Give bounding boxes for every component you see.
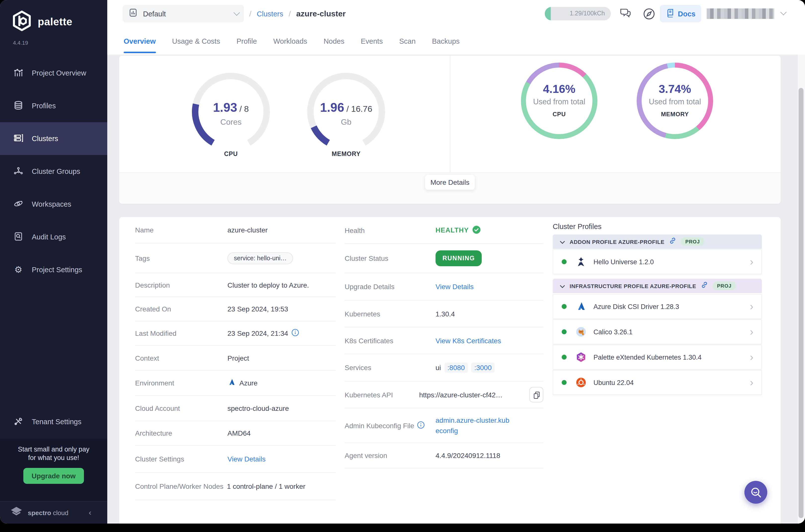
tab-usage-costs[interactable]: Usage & Costs [172, 27, 220, 55]
status-row-kubernetes-api: Kubernetes API https://azure-cluster-cf4… [345, 381, 543, 408]
sidebar-footer: spectro cloud ‹ [0, 501, 107, 524]
sidebar-item-clusters[interactable]: Clusters [0, 122, 107, 155]
detail-row-cloud-account: Cloud Account spectro-cloud-azure [135, 396, 336, 421]
memory-donut-label: MEMORY [637, 111, 713, 118]
project-selector[interactable]: Default [123, 5, 244, 22]
chevron-down-icon [234, 10, 240, 16]
collapse-sidebar-icon[interactable]: ‹ [89, 508, 91, 517]
sidebar-item-label: Project Settings [32, 266, 82, 274]
tab-backups[interactable]: Backups [432, 27, 460, 55]
cpu-gauge-label: CPU [189, 151, 273, 157]
search-fab-button[interactable] [744, 481, 767, 504]
profile-pack-calico[interactable]: Calico 3.26.1 › [553, 319, 762, 344]
sidebar-item-profiles[interactable]: Profiles [0, 90, 107, 122]
tab-scan[interactable]: Scan [399, 27, 416, 55]
orbit-icon [14, 198, 23, 210]
detail-row-tags: Tags service: hello-uni… [135, 243, 336, 273]
copy-icon[interactable] [530, 387, 543, 402]
sidebar-item-project-overview[interactable]: Project Overview [0, 57, 107, 90]
chevron-right-icon: › [750, 301, 753, 312]
status-row-services: Services ui :8080 :3000 [345, 354, 543, 381]
spectro-cloud-logo-icon [10, 506, 23, 519]
cpu-usage-caption: Used from total [521, 97, 597, 106]
status-row-upgrade-details: Upgrade Details View Details [345, 273, 543, 300]
breadcrumb-separator: / [249, 10, 251, 18]
info-icon[interactable] [417, 421, 425, 430]
cluster-name-value: azure-cluster [227, 226, 268, 234]
main-area: Default / Clusters / azure-cluster 1.29/… [107, 0, 805, 524]
detail-row-nodes: Control Plane/Worker Nodes 1 control-pla… [135, 473, 336, 500]
info-icon[interactable] [291, 329, 299, 338]
page-content: 1.93 / 8 Cores CPU 1.96 / 16.76 [107, 55, 805, 524]
breadcrumb: / Clusters / azure-cluster [249, 0, 346, 27]
service-port-link[interactable]: :8080 [444, 363, 468, 373]
breadcrumb-separator: / [289, 10, 291, 18]
tab-overview[interactable]: Overview [124, 27, 156, 55]
addon-profile-header[interactable]: ADDON PROFILE AZURE-PROFILE PROJ [553, 234, 762, 249]
status-row-kubernetes: Kubernetes 1.30.4 [345, 301, 543, 327]
brand-name: palette [38, 16, 73, 28]
chevron-right-icon: › [750, 377, 753, 388]
usage-meter: 1.29/100kCh [545, 7, 611, 20]
detail-row-description: Description Cluster to deploy to Azure. [135, 273, 336, 297]
top-bar: Default / Clusters / azure-cluster 1.29/… [107, 0, 805, 27]
profile-pack-hello-universe[interactable]: Hello Universe 1.2.0 › [553, 249, 762, 274]
profile-pack-azure-csi[interactable]: Azure Disk CSI Driver 1.28.3 › [553, 294, 762, 319]
profile-pack-ubuntu[interactable]: Ubuntu 22.04 › [553, 370, 762, 395]
tab-nodes[interactable]: Nodes [324, 27, 344, 55]
hello-universe-icon [575, 256, 587, 267]
tab-workloads[interactable]: Workloads [273, 27, 307, 55]
tag-pill[interactable]: service: hello-uni… [227, 252, 293, 264]
sidebar-item-cluster-groups[interactable]: Cluster Groups [0, 155, 107, 188]
azure-icon [227, 378, 236, 388]
sidebar-item-project-settings[interactable]: ⚙ Project Settings [0, 253, 107, 286]
network-icon [14, 166, 23, 177]
docs-label: Docs [678, 10, 695, 18]
tab-events[interactable]: Events [361, 27, 383, 55]
compass-icon[interactable] [643, 7, 655, 22]
palette-logo-icon [12, 10, 32, 34]
scrollbar-track[interactable] [797, 55, 805, 524]
pxk-icon [575, 352, 587, 363]
proj-badge: PROJ [713, 282, 736, 290]
upgrade-panel: Start small and only pay for what you us… [0, 439, 107, 501]
kubeconfig-download-link[interactable]: admin.azure-cluster.kubeconfig [436, 415, 510, 436]
sidebar-item-tenant-settings[interactable]: Tenant Settings [0, 405, 107, 438]
detail-row-cluster-settings: Cluster Settings View Details [135, 445, 336, 472]
detail-row-architecture: Architecture AMD64 [135, 421, 336, 445]
app-version: 4.4.19 [13, 40, 28, 46]
running-status-badge: RUNNING [436, 250, 482, 266]
link-icon [701, 281, 708, 290]
sidebar-item-label: Workspaces [32, 200, 71, 208]
memory-usage-percent: 3.74% [637, 82, 713, 96]
ubuntu-icon [575, 377, 587, 388]
user-name-redacted[interactable] [707, 8, 774, 19]
breadcrumb-clusters-link[interactable]: Clusters [257, 10, 283, 18]
azure-icon [575, 301, 587, 312]
gear-icon: ⚙ [14, 264, 23, 275]
upgrade-now-button[interactable]: Upgrade now [23, 468, 84, 484]
tab-profile[interactable]: Profile [236, 27, 257, 55]
more-details-button[interactable]: More Details [425, 175, 475, 190]
usage-value: 1.29/100kCh [570, 10, 605, 17]
footer-brand: spectro cloud [28, 509, 68, 516]
detail-row-environment: Environment Azure [135, 370, 336, 395]
profile-pack-pxk[interactable]: Palette eXtended Kubernetes 1.30.4 › [553, 345, 762, 369]
health-value: HEALTHY [436, 227, 469, 234]
upgrade-view-details-link[interactable]: View Details [436, 283, 474, 290]
brand: palette [12, 10, 73, 34]
user-menu-chevron-icon[interactable] [781, 9, 787, 15]
sidebar-item-audit-logs[interactable]: Audit Logs [0, 221, 107, 253]
infrastructure-profile-header[interactable]: INFRASTRUCTURE PROFILE AZURE-PROFILE PRO… [553, 279, 762, 293]
service-port-link[interactable]: :3000 [471, 363, 495, 373]
docs-button[interactable]: Docs [660, 5, 702, 22]
upgrade-message: Start small and only pay for what you us… [0, 439, 107, 462]
cluster-settings-view-details-link[interactable]: View Details [227, 455, 266, 463]
view-k8s-certificates-link[interactable]: View K8s Certificates [436, 337, 501, 344]
sidebar-item-workspaces[interactable]: Workspaces [0, 188, 107, 221]
sidebar-item-label: Cluster Groups [32, 167, 80, 175]
scrollbar-thumb[interactable] [799, 88, 804, 518]
chat-icon[interactable] [619, 7, 632, 22]
status-dot [562, 380, 567, 385]
cpu-total-value: / 8 [239, 104, 249, 114]
